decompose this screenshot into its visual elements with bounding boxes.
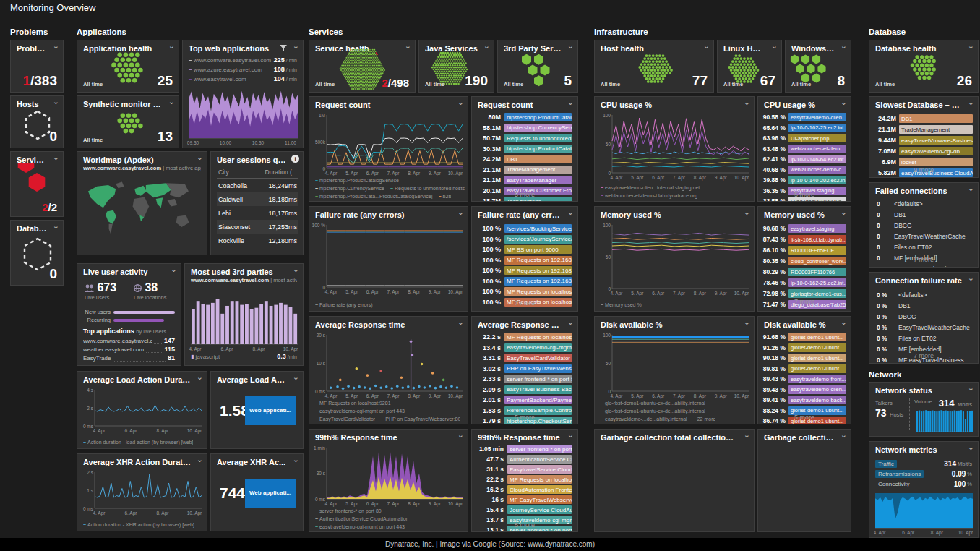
column-header-city[interactable]: City — [217, 167, 257, 179]
legend-item[interactable]: ~easytraveldemo-cgi-mgmt on port 443 — [315, 524, 405, 529]
tile-gc-total-time-small[interactable]: Garbage collection to... — [757, 429, 851, 532]
chevron-down-icon[interactable] — [457, 98, 464, 107]
web-application-button[interactable]: Web applicati... — [245, 396, 296, 425]
list-row[interactable]: 63.48 %weblauncher-et-dem... — [762, 145, 846, 153]
list-row[interactable]: 89.43 %easytraveldemo-front... — [762, 375, 846, 383]
list-row[interactable]: 90.58 %easytraveldemo-clien... — [762, 113, 846, 121]
chevron-down-icon[interactable] — [744, 98, 750, 107]
table-row[interactable]: Coachella18,249ms — [217, 179, 298, 193]
list-row[interactable]: 30.3Mhipstershop.ProductCatalogSe... — [478, 145, 572, 153]
tile-failure-rate-chart[interactable]: Failure rate (any errors) 100 %04. Apr5.… — [309, 206, 468, 312]
list-row[interactable]: 22.2 sMF Requests on localhost:9281 — [478, 475, 572, 484]
list-row[interactable]: 100 %MF BS on port 9000 — [478, 245, 572, 254]
tile-services-problems[interactable]: Services 2/2 — [10, 151, 64, 217]
tile-request-count-list[interactable]: Request count 80Mhipstershop.ProductCata… — [471, 96, 578, 202]
chevron-down-icon[interactable] — [405, 41, 411, 51]
list-row[interactable]: 0 %EasyTravelWeatherCache — [877, 324, 971, 331]
tile-java-services[interactable]: Java Services All time 190 — [418, 40, 494, 93]
list-row[interactable]: 16.2 sCloudAutomation Frontend — [478, 485, 572, 494]
legend-item[interactable]: ~hipstershop.CurrencyService — [315, 185, 384, 192]
list-row[interactable]: 0 %DBCG — [877, 313, 971, 320]
column-header-duration[interactable]: Duration (... — [257, 167, 298, 179]
chevron-down-icon[interactable] — [841, 98, 847, 107]
tile-hosts-problems[interactable]: Hosts 0 — [10, 95, 64, 148]
list-row[interactable]: 80.35 %cloud_controller_work... — [762, 257, 846, 265]
list-row[interactable]: 21.1MTradeManagement — [874, 125, 973, 134]
legend-item[interactable]: ~hipstershop.ProductCata...ProductCatalo… — [315, 193, 433, 199]
chevron-down-icon[interactable] — [968, 383, 974, 393]
tile-avg-load-duration-value[interactable]: Average Load Ac... 1.58s Web applicati..… — [210, 371, 304, 449]
list-row[interactable]: 80.29 %RD0003FF110766 — [762, 268, 846, 276]
list-row[interactable]: 86.10 %RD0003FF65ECF — [762, 246, 846, 255]
chevron-down-icon[interactable] — [197, 153, 203, 162]
list-row[interactable]: 0EasyTravelWeatherCache — [877, 233, 971, 240]
metric-row[interactable]: Connectivity100% — [875, 480, 972, 488]
list-row[interactable]: 89.81 %gloriet-demo1-ubunt... — [762, 364, 846, 373]
list-row[interactable]: 100 %MF Requests on 192.168.49.249:70 — [478, 277, 572, 286]
chevron-down-icon[interactable] — [744, 208, 750, 217]
list-row[interactable]: 0 %<defaults> — [877, 291, 971, 299]
chevron-down-icon[interactable] — [457, 208, 464, 217]
list-row[interactable]: 91.26 %gloriet-demo1-ubunt... — [762, 343, 846, 352]
legend-item[interactable]: ~glo-rbst-demo1-ubuntu-ex-de...ability.i… — [601, 400, 705, 407]
chevron-down-icon[interactable] — [197, 455, 203, 464]
list-row[interactable]: 72.98 %gloriaqtbr-demo1-cus... — [762, 289, 846, 298]
legend-item[interactable]: ~easytraveldemo-...de...ability.internal — [601, 416, 687, 422]
legend-item[interactable]: ~b2b — [439, 193, 452, 199]
list-row[interactable]: 100 %/services/JourneyService/ on po... — [478, 235, 572, 244]
list-row[interactable]: 0DBCG — [877, 222, 971, 229]
list-row[interactable]: 3.02 sPHP on EasyTravelWebserver:8... — [478, 364, 572, 373]
chevron-down-icon[interactable] — [197, 372, 203, 382]
chevron-down-icon[interactable] — [168, 41, 175, 51]
list-row[interactable]: 40.68 %weblauncher-demo-c... — [762, 166, 846, 174]
tile-worldmap[interactable]: Worldmap (Apdex) www.comware.easytravel.… — [77, 151, 207, 255]
table-row[interactable]: Caldwell18,189ms — [217, 192, 298, 206]
tile-p99-response-list[interactable]: 99th% Response time 1.05 minserver front… — [471, 429, 578, 532]
legend-item[interactable]: ~MF Requests on localhost:9281 — [315, 400, 391, 407]
list-row[interactable]: 24.2MDB1 — [478, 155, 572, 163]
list-row[interactable]: 100 %MF Requests on localhost:9091 — [478, 287, 572, 296]
legend-item[interactable]: ~Action duration - load action (by brows… — [83, 439, 193, 446]
list-row[interactable]: 21.1MTradeManagement — [478, 166, 572, 174]
legend-item[interactable]: ~EasyTravelCardValidator — [315, 416, 375, 422]
legend-item[interactable]: ~glo-rbst-demo1-ubuntu-ex-de...ability.i… — [601, 408, 705, 415]
tile-top-web-applications[interactable]: Top web applications ~www.comware.easytr… — [182, 40, 304, 148]
chevron-down-icon[interactable] — [968, 98, 974, 107]
chevron-down-icon[interactable] — [968, 443, 974, 452]
chevron-down-icon[interactable] — [293, 265, 299, 274]
tile-cpu-usage-chart[interactable]: CPU usage % 1005004. Apr5. Apr6. Apr7. A… — [594, 96, 755, 202]
tile-windows-hosts[interactable]: Windows H... All time 8 — [785, 40, 851, 93]
tile-3rd-party-services[interactable]: 3rd Party Services All time 5 — [497, 40, 578, 93]
info-icon[interactable]: i — [291, 155, 299, 163]
chevron-down-icon[interactable] — [567, 98, 574, 107]
chevron-down-icon[interactable] — [293, 372, 299, 382]
legend-item[interactable]: ~Failure rate (any errors) — [315, 302, 373, 309]
tile-cpu-usage-list[interactable]: CPU usage % 90.58 %easytraveldemo-clien.… — [757, 96, 851, 202]
list-row[interactable]: 1.05 minserver frontend-* on port 80 ... — [478, 445, 572, 453]
list-row[interactable]: 100 %MF Requests on 192.168.49.249:25 — [478, 266, 572, 275]
table-row[interactable]: Rockville12,180ms — [217, 234, 298, 247]
list-row[interactable]: 0Files on ET02 — [877, 244, 971, 251]
more-link[interactable]: 9 more — [869, 166, 978, 174]
tile-synthetic-health[interactable]: Synthetic monitor health All time 13 — [77, 95, 179, 148]
legend-item[interactable]: ~easytraveldemo-clien...internal.staging… — [601, 184, 700, 192]
legend-item[interactable]: ~AuthenticationService CloudAutomation — [315, 516, 408, 523]
chevron-down-icon[interactable] — [567, 41, 574, 51]
tile-avg-xhr-duration-chart[interactable]: Average XHR Action Duration 2 s1 s0 ms4.… — [77, 453, 207, 531]
legend-row[interactable]: ~www.comware.easytravel.com225/ min — [189, 56, 297, 64]
tile-avg-xhr-duration-value[interactable]: Average XHR Ac... 744ms Web applicati... — [210, 453, 304, 531]
more-link[interactable]: 5 more — [472, 191, 577, 198]
tile-live-user-activity[interactable]: Live user activity 673 Live users 38 Liv… — [77, 263, 181, 366]
chevron-down-icon[interactable] — [53, 41, 59, 51]
list-item[interactable]: EasyTrade81 — [83, 354, 175, 362]
tile-slowest-database[interactable]: Slowest Database – 99th... 24.2MDB121.1M… — [869, 96, 979, 178]
tile-service-health[interactable]: Service health All time 2/498 — [309, 40, 416, 93]
list-row[interactable]: 16 sMF EasyTravelWebserver:9079 — [478, 495, 572, 504]
chevron-down-icon[interactable] — [744, 430, 750, 440]
list-row[interactable]: 87.43 %li-str-108.cl.lab.dynatr... — [762, 235, 846, 244]
tile-most-used-3rd-parties[interactable]: Most used 3rd parties www.comware.easytr… — [184, 263, 304, 366]
tile-host-health[interactable]: Host health All time 77 — [594, 40, 714, 93]
chevron-down-icon[interactable] — [841, 317, 847, 327]
chevron-down-icon[interactable] — [567, 317, 574, 327]
tile-user-sessions-query[interactable]: User sessions qu... i City Duration (...… — [210, 151, 304, 255]
